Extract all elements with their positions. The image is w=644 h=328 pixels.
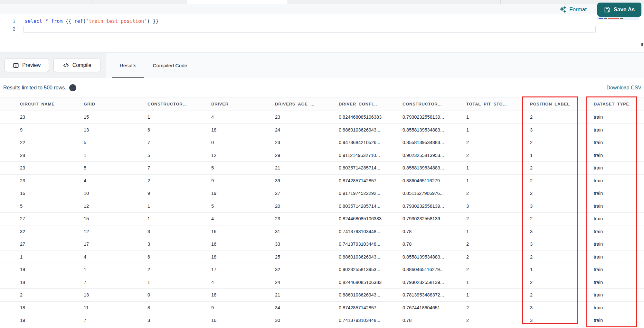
table-cell: train: [590, 127, 644, 132]
line-number: 2: [0, 25, 15, 33]
table-cell: 0.8742857142857...: [335, 178, 399, 183]
table-cell: 3: [462, 204, 526, 209]
tab-label: Compiled Code: [153, 63, 187, 68]
table-cell: 0.78: [399, 229, 462, 234]
code-line-1[interactable]: select * from {{ ref('train_test_positio…: [25, 18, 158, 24]
code-token: from: [51, 18, 62, 24]
table-cell: 13: [80, 292, 144, 297]
table-cell: 4: [80, 178, 144, 183]
table-cell: 1: [462, 229, 526, 234]
table-row: 271514230.8244680851063830.7930232558139…: [0, 213, 644, 225]
table-cell: 0.8860103626943...: [335, 292, 399, 297]
code-token: ref: [74, 18, 83, 24]
minimap-code-mark: [599, 18, 603, 19]
table-cell: 0.8511627906976...: [399, 191, 462, 196]
table-cell: 20: [271, 204, 335, 209]
table-cell: 2: [462, 318, 526, 323]
table-cell: 34: [271, 305, 335, 310]
editor-minimap[interactable]: [597, 16, 642, 52]
table-cell: 6: [144, 127, 207, 132]
sql-editor-page: Format Save As 1 2 select * from {{ ref(…: [0, 0, 644, 328]
table-cell: 2: [144, 178, 207, 183]
active-file-tab[interactable]: [187, 0, 288, 4]
code-token: {{: [65, 18, 71, 24]
column-header: CONSTRUCTOR...: [144, 102, 207, 106]
table-cell: train: [590, 280, 644, 285]
table-cell: 18: [207, 254, 271, 260]
table-cell: 2: [526, 114, 590, 120]
help-icon[interactable]: ?: [69, 84, 76, 91]
column-header: POSITION_LABEL: [526, 102, 590, 106]
preview-label: Preview: [22, 62, 41, 68]
table-cell: 2: [526, 280, 590, 285]
table-cell: 0.8035714285714...: [335, 204, 399, 209]
table-cell: 2: [462, 216, 526, 221]
code-editor[interactable]: 1 2 select * from {{ ref('train_test_pos…: [0, 14, 644, 52]
table-cell: 9: [16, 127, 80, 132]
line-number: 1: [0, 17, 15, 25]
code-token: (: [83, 18, 86, 24]
save-as-button[interactable]: Save As: [597, 3, 641, 17]
tab-divider: [500, 0, 501, 4]
table-cell: 3: [144, 318, 207, 323]
table-cell: 21: [271, 165, 335, 170]
table-body: 231514230.8244680851063830.7930232558139…: [0, 111, 644, 327]
table-cell: train: [590, 153, 644, 158]
tab-compiled-code[interactable]: Compiled Code: [151, 53, 189, 78]
preview-button[interactable]: Preview: [5, 59, 49, 72]
table-cell: 2: [462, 241, 526, 247]
minimap-code-mark: [608, 18, 619, 19]
format-button[interactable]: Format: [559, 5, 587, 14]
compile-button[interactable]: Compile: [53, 59, 100, 72]
table-cell: 1: [462, 280, 526, 285]
table-cell: 1: [144, 114, 207, 120]
table-cell: 21: [271, 292, 335, 297]
table-cell: train: [590, 140, 644, 145]
table-cell: 1: [462, 292, 526, 297]
top-tab-strip: [0, 0, 644, 4]
table-cell: 2: [462, 254, 526, 260]
column-header: TOTAL_PIT_STO...: [462, 102, 526, 106]
table-cell: 3: [526, 229, 590, 234]
code-token: ): [147, 18, 150, 24]
table-cell: 2: [526, 165, 590, 170]
table-cell: 39: [271, 178, 335, 183]
table-cell: 3: [526, 204, 590, 209]
table-cell: 27: [16, 216, 80, 221]
table-cell: 0.824468085106383: [335, 216, 399, 221]
table-cell: 9: [207, 305, 271, 310]
active-line-highlight[interactable]: [23, 26, 596, 33]
compile-label: Compile: [72, 62, 91, 68]
table-cell: 4: [207, 114, 271, 120]
table-cell: 0.8860465116279...: [399, 178, 462, 183]
tab-results[interactable]: Results: [112, 53, 144, 78]
code-token: [48, 18, 51, 24]
table-cell: train: [590, 191, 644, 196]
table-cell: 23: [271, 216, 335, 221]
code-token: }}: [153, 18, 158, 24]
table-cell: train: [590, 216, 644, 221]
table-row: 191217320.9023255813953...0.886046511627…: [0, 263, 644, 276]
table-cell: 5: [16, 204, 80, 209]
table-cell: 0.824468085106383: [335, 280, 399, 285]
table-cell: 31: [271, 229, 335, 234]
table-cell: 0.824468085106383: [335, 114, 399, 120]
tab-divider: [187, 0, 187, 4]
table-cell: train: [590, 292, 644, 297]
table-cell: train: [590, 204, 644, 209]
table-cell: 27: [271, 191, 335, 196]
table-cell: 1: [144, 216, 207, 221]
table-cell: 1: [80, 267, 144, 272]
table-cell: 17: [80, 241, 144, 247]
table-cell: 3: [526, 318, 590, 323]
table-cell: 12: [80, 204, 144, 209]
table-cell: 15: [80, 114, 144, 120]
column-header: DRIVER_CONFI...: [335, 102, 399, 106]
table-cell: 6: [144, 254, 207, 260]
table-row: 281512290.9112149532710...0.902325581395…: [0, 149, 644, 162]
table-cell: 5: [80, 165, 144, 170]
download-csv-link[interactable]: Download CSV: [607, 85, 642, 91]
column-header: CIRCUIT_NAME: [16, 102, 80, 106]
table-row: 22570230.9473684210526...0.8558139534883…: [0, 136, 644, 149]
scrollbar-marker[interactable]: [641, 43, 643, 46]
